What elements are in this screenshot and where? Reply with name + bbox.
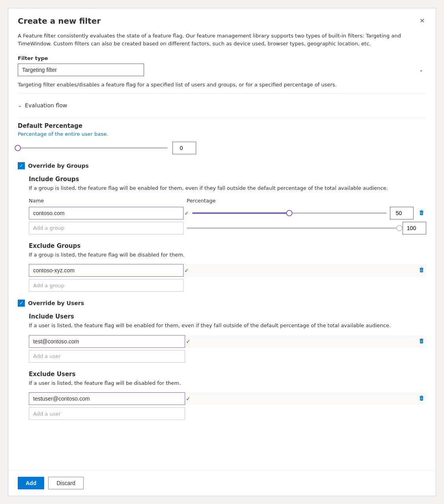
dialog-body: A Feature filter consistently evaluates … bbox=[8, 32, 436, 470]
user-check-icon-1: ✓ bbox=[186, 338, 191, 345]
description-text: A Feature filter consistently evaluates … bbox=[18, 32, 426, 47]
chevron-icon: ⌄ bbox=[18, 103, 22, 108]
groups-table-header: Name Percentage bbox=[29, 198, 426, 204]
evaluation-flow-row[interactable]: ⌄ Evaluation flow bbox=[18, 98, 426, 112]
exclude-check-icon-1: ✓ bbox=[184, 267, 189, 274]
group-slider-track-2 bbox=[187, 225, 399, 231]
exclude-users-section: Exclude Users If a user is listed, the f… bbox=[29, 371, 426, 420]
override-groups-label: Override by Groups bbox=[28, 163, 89, 169]
include-groups-title: Include Groups bbox=[29, 176, 426, 183]
include-users-section: Include Users If a user is listed, the f… bbox=[29, 313, 426, 420]
group-row-2: Add a group bbox=[29, 222, 426, 234]
exclude-groups-section: Exclude Groups If a group is listed, the… bbox=[29, 242, 426, 292]
create-filter-dialog: Create a new filter ✕ A Feature filter c… bbox=[8, 8, 436, 496]
dialog-footer: Add Discard bbox=[8, 470, 436, 496]
delete-exclude-group-button-1[interactable] bbox=[417, 265, 426, 276]
default-percentage-section: Default Percentage Percentage of the ent… bbox=[18, 122, 426, 154]
exclude-users-desc: If a user is listed, the feature flag wi… bbox=[29, 379, 426, 387]
exclude-user-check-icon-1: ✓ bbox=[186, 395, 191, 402]
divider-1 bbox=[18, 93, 426, 94]
evaluation-flow-label: Evaluation flow bbox=[25, 102, 67, 109]
default-slider-thumb[interactable] bbox=[15, 145, 21, 151]
default-slider-track bbox=[18, 145, 168, 151]
exclude-group-name-input-1[interactable] bbox=[29, 264, 184, 277]
exclude-groups-desc: If a group is listed, the feature flag w… bbox=[29, 251, 426, 259]
include-user-row-2: Add a user bbox=[29, 350, 426, 363]
filter-type-select[interactable]: Targeting filter TimeWindow filter Custo… bbox=[18, 64, 144, 76]
filter-type-wrapper: Targeting filter TimeWindow filter Custo… bbox=[18, 64, 426, 76]
delete-include-user-button-1[interactable] bbox=[417, 336, 426, 347]
override-groups-checkbox[interactable]: ✓ bbox=[18, 162, 25, 169]
override-groups-section: ✓ Override by Groups Include Groups If a… bbox=[18, 162, 426, 292]
checkmark-icon-2: ✓ bbox=[19, 300, 23, 306]
dialog-header: Create a new filter ✕ bbox=[8, 8, 436, 32]
divider-2 bbox=[18, 117, 426, 118]
group-percentage-row-1 bbox=[192, 207, 426, 219]
group-slider-thumb-2[interactable] bbox=[396, 225, 403, 231]
group-percentage-input-2[interactable] bbox=[403, 222, 426, 234]
group-percentage-row-2 bbox=[187, 222, 426, 234]
override-users-checkbox-row[interactable]: ✓ Override by Users bbox=[18, 300, 426, 307]
override-users-checkbox[interactable]: ✓ bbox=[18, 300, 25, 307]
group-percentage-input-1[interactable] bbox=[390, 207, 414, 219]
add-group-placeholder-2[interactable]: Add a group bbox=[29, 279, 184, 292]
default-percentage-subtitle: Percentage of the entire user base. bbox=[18, 131, 426, 137]
include-users-desc: If a user is listed, the feature flag wi… bbox=[29, 322, 426, 330]
group-row-1: ✓ bbox=[29, 207, 426, 219]
include-groups-section: Include Groups If a group is listed, the… bbox=[29, 176, 426, 292]
chevron-down-icon: ⌄ bbox=[419, 67, 423, 73]
delete-exclude-user-button-1[interactable] bbox=[417, 393, 426, 404]
add-user-placeholder-1[interactable]: Add a user bbox=[29, 350, 185, 363]
check-icon-1: ✓ bbox=[184, 210, 189, 216]
trash-icon-3 bbox=[418, 337, 425, 344]
include-user-right-1 bbox=[194, 336, 426, 347]
override-groups-checkbox-row[interactable]: ✓ Override by Groups bbox=[18, 162, 426, 169]
override-users-section: ✓ Override by Users Include Users If a u… bbox=[18, 300, 426, 420]
trash-icon-1 bbox=[418, 209, 425, 215]
exclude-user-row-1: ✓ bbox=[29, 392, 426, 405]
exclude-groups-title: Exclude Groups bbox=[29, 242, 426, 249]
name-column-header: Name bbox=[29, 198, 184, 204]
close-button[interactable]: ✕ bbox=[418, 16, 426, 26]
percentage-column-header: Percentage bbox=[187, 198, 215, 204]
exclude-user-right-1 bbox=[194, 393, 426, 404]
include-users-title: Include Users bbox=[29, 313, 426, 320]
exclude-user-row-2: Add a user bbox=[29, 407, 426, 420]
add-user-placeholder-2[interactable]: Add a user bbox=[29, 407, 185, 420]
checkmark-icon: ✓ bbox=[19, 163, 23, 169]
include-groups-desc: If a group is listed, the feature flag w… bbox=[29, 184, 426, 192]
delete-group-button-1[interactable] bbox=[417, 208, 426, 219]
exclude-user-input-1[interactable] bbox=[29, 392, 185, 405]
group-name-input-1[interactable] bbox=[29, 207, 184, 219]
discard-button[interactable]: Discard bbox=[48, 477, 83, 489]
targeting-description: Targeting filter enables/disables a feat… bbox=[18, 82, 426, 88]
exclude-users-title: Exclude Users bbox=[29, 371, 426, 378]
include-user-row-1: ✓ bbox=[29, 335, 426, 348]
filter-type-label: Filter type bbox=[18, 55, 426, 61]
default-percentage-input[interactable] bbox=[172, 142, 196, 154]
default-percentage-title: Default Percentage bbox=[18, 122, 426, 129]
default-percentage-slider-row bbox=[18, 142, 426, 154]
trash-icon-2 bbox=[418, 266, 425, 273]
override-users-label: Override by Users bbox=[28, 300, 84, 306]
exclude-group-row-2: Add a group bbox=[29, 279, 426, 292]
include-user-input-1[interactable] bbox=[29, 335, 185, 348]
dialog-title: Create a new filter bbox=[18, 16, 101, 26]
exclude-group-row-1: ✓ bbox=[29, 264, 426, 277]
exclude-group-right-1 bbox=[192, 265, 426, 276]
add-group-placeholder-1[interactable]: Add a group bbox=[29, 222, 184, 234]
group-slider-track-1 bbox=[192, 210, 387, 216]
trash-icon-4 bbox=[418, 395, 425, 401]
group-slider-thumb-1[interactable] bbox=[286, 210, 292, 216]
add-button[interactable]: Add bbox=[18, 477, 44, 489]
